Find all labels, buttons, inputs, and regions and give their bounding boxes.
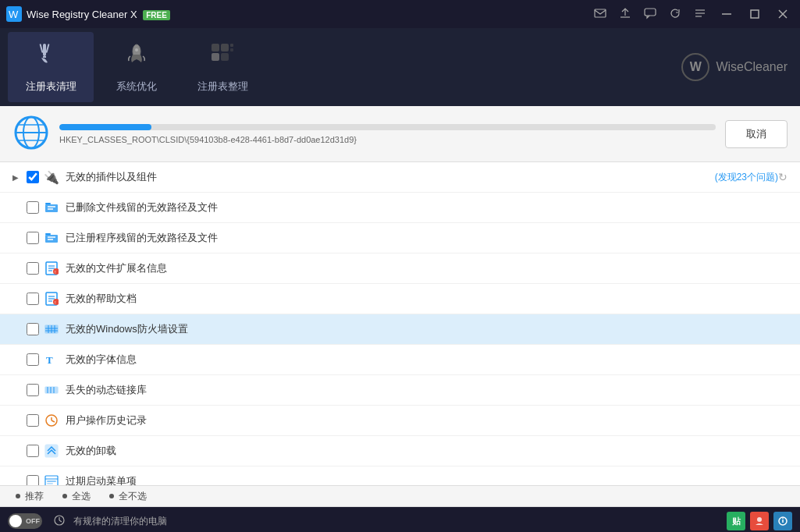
item-checkbox[interactable] [27, 384, 39, 396]
item-checkbox[interactable] [27, 262, 39, 275]
item-label: 已删除文件残留的无效路径及文件 [66, 200, 788, 215]
item-checkbox[interactable] [27, 232, 39, 244]
app-icon: W [6, 6, 22, 22]
svg-rect-56 [45, 387, 58, 393]
schedule-text: 有规律的清理你的电脑 [73, 515, 719, 528]
svg-rect-15 [39, 44, 43, 53]
titlebar-controls [591, 3, 794, 25]
wisecleaner-logo: W WiseCleaner [681, 53, 788, 81]
scanning-icon [12, 114, 50, 154]
item-label: 无效的帮助文档 [66, 292, 788, 306]
item-label: 丢失的动态链接库 [66, 383, 788, 397]
nav-registry-defrag-label: 注册表整理 [197, 80, 248, 94]
upload-icon[interactable] [616, 4, 635, 25]
title-bar: W Wise Registry Cleaner X FREE [0, 0, 800, 28]
svg-rect-22 [230, 44, 233, 47]
svg-rect-34 [45, 235, 58, 243]
app-title: Wise Registry Cleaner X FREE [27, 9, 591, 20]
progress-area: HKEY_CLASSES_ROOT\CLSID\{594103b8-e428-4… [0, 106, 800, 162]
list-item[interactable]: 过期启动菜单项 [0, 466, 800, 485]
blue-status-icon[interactable] [773, 512, 792, 530]
clock-status-icon [53, 514, 66, 529]
nav-registry-clean[interactable]: 注册表清理 [8, 32, 94, 102]
list-item[interactable]: ▶ 🔌 无效的插件以及组件 (发现23个问题) ↻ [0, 162, 800, 193]
app-title-text: Wise Registry Cleaner [27, 9, 127, 20]
svg-rect-2 [595, 9, 606, 17]
svg-rect-19 [221, 44, 229, 51]
menu-icon[interactable] [691, 4, 709, 25]
list-item[interactable]: 用户操作历史记录 [0, 406, 800, 436]
close-button[interactable] [772, 3, 794, 25]
svg-rect-21 [221, 53, 229, 61]
minimize-button[interactable] [716, 3, 738, 25]
svg-rect-14 [45, 44, 49, 53]
list-item[interactable]: 已注册程序残留的无效路径及文件 [0, 223, 800, 254]
svg-line-79 [59, 520, 62, 522]
expand-arrow-icon[interactable]: ▶ [12, 173, 23, 182]
item-label: 无效的Windows防火墙设置 [66, 322, 788, 336]
list-item[interactable]: 丢失的动态链接库 [0, 375, 800, 406]
nav-registry-clean-label: 注册表清理 [26, 80, 76, 94]
item-checkbox[interactable] [27, 171, 39, 183]
refresh-icon[interactable] [666, 4, 684, 25]
rocket-icon [123, 41, 151, 75]
item-checkbox[interactable] [27, 414, 39, 427]
list-item[interactable]: 已删除文件残留的无效路径及文件 [0, 193, 800, 223]
item-checkbox[interactable] [27, 201, 39, 214]
list-item[interactable]: ! 无效的文件扩展名信息 [0, 254, 800, 284]
nav-system-optimize[interactable]: 系统优化 [94, 32, 180, 102]
clock-icon [44, 413, 59, 428]
shortcut-icon [44, 443, 59, 459]
red-status-icon[interactable] [750, 512, 769, 530]
list-item[interactable]: 无效的Windows防火墙设置 [0, 314, 800, 345]
item-checkbox[interactable] [27, 475, 39, 485]
progress-bar-fill [59, 124, 151, 130]
maximize-button[interactable] [744, 3, 766, 25]
list-item[interactable]: ! 无效的帮助文档 [0, 284, 800, 314]
item-checkbox[interactable] [27, 293, 39, 305]
wc-circle-logo: W [681, 53, 709, 81]
font-icon: T [44, 352, 59, 367]
svg-rect-18 [212, 44, 219, 51]
svg-rect-67 [47, 483, 53, 484]
schedule-toggle[interactable]: OFF [8, 513, 42, 529]
refresh-spin-icon: ↻ [778, 171, 788, 183]
chat-icon[interactable] [641, 4, 660, 25]
help-icon: ! [44, 291, 59, 307]
item-count: (发现23个问题) [715, 171, 778, 184]
toggle-knob [9, 515, 22, 527]
bottom-toolbar: 推荐 全选 全不选 [0, 485, 800, 507]
item-label: 用户操作历史记录 [66, 413, 788, 427]
svg-rect-23 [230, 48, 233, 51]
svg-rect-30 [45, 204, 58, 212]
svg-rect-29 [45, 203, 51, 204]
deselect-all-label: 全不选 [119, 490, 147, 503]
svg-point-17 [135, 48, 138, 51]
item-label: 无效的卸载 [66, 444, 788, 458]
item-checkbox[interactable] [27, 445, 39, 457]
item-label: 无效的插件以及组件 [66, 170, 712, 184]
deselect-all-dot [109, 494, 114, 498]
cancel-button[interactable]: 取消 [725, 120, 788, 148]
folder2-icon [44, 230, 59, 246]
svg-line-62 [52, 420, 55, 422]
list-area: ▶ 🔌 无效的插件以及组件 (发现23个问题) ↻ 已删除文件残留的无效路径及文… [0, 162, 800, 485]
item-checkbox[interactable] [27, 353, 39, 366]
recommend-button[interactable]: 推荐 [12, 488, 47, 505]
svg-text:T: T [46, 354, 53, 366]
deselect-all-button[interactable]: 全不选 [106, 488, 150, 505]
svg-point-83 [782, 518, 784, 520]
progress-path: HKEY_CLASSES_ROOT\CLSID\{594103b8-e428-4… [59, 135, 716, 144]
list-item[interactable]: T 无效的字体信息 [0, 345, 800, 375]
email-icon[interactable] [591, 4, 610, 25]
select-all-button[interactable]: 全选 [59, 488, 94, 505]
green-status-icon[interactable]: 贴 [727, 512, 745, 530]
list-item[interactable]: 无效的卸载 [0, 436, 800, 466]
progress-content: HKEY_CLASSES_ROOT\CLSID\{594103b8-e428-4… [59, 124, 716, 144]
nav-registry-defrag[interactable]: 注册表整理 [180, 32, 265, 102]
svg-rect-4 [645, 9, 656, 16]
item-checkbox[interactable] [27, 323, 39, 335]
broom-icon [37, 41, 65, 75]
svg-rect-12 [43, 44, 46, 56]
svg-rect-33 [45, 233, 51, 235]
